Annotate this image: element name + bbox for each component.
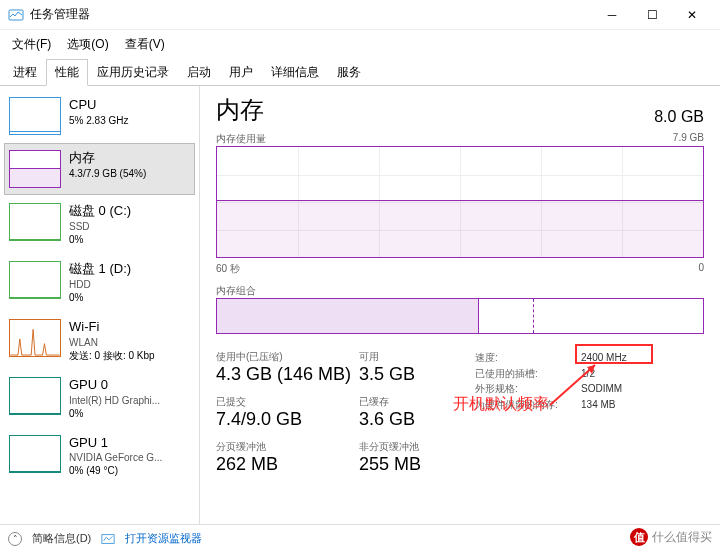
stat-cached-label: 已缓存: [359, 395, 459, 409]
sidebar-item-title: GPU 0: [69, 377, 160, 394]
chart-label-max: 7.9 GB: [673, 132, 704, 146]
monitor-icon: [101, 532, 115, 546]
tab-6[interactable]: 服务: [328, 59, 370, 86]
stat-committed-val: 7.4/9.0 GB: [216, 409, 351, 430]
page-title: 内存: [216, 94, 264, 126]
stat-nonpaged-label: 非分页缓冲池: [359, 440, 459, 454]
sidebar-item-sub: SSD: [69, 220, 131, 233]
info-reserved-v: 134 MB: [581, 397, 615, 413]
sidebar-item-sub: HDD: [69, 278, 131, 291]
sidebar-graph-icon: [9, 377, 61, 415]
memory-usage-chart: [216, 146, 704, 258]
sidebar-item-cpu-0[interactable]: CPU5% 2.83 GHz: [4, 90, 195, 142]
sidebar-item-value: 0%: [69, 233, 131, 246]
sidebar-item-disk-3[interactable]: 磁盘 1 (D:)HDD0%: [4, 254, 195, 311]
sidebar-graph-icon: [9, 319, 61, 357]
menu-options[interactable]: 选项(O): [59, 32, 116, 57]
sidebar-item-title: Wi-Fi: [69, 319, 155, 336]
sidebar-item-sub: Intel(R) HD Graphi...: [69, 394, 160, 407]
sidebar-item-value: 0%: [69, 407, 160, 420]
menu-file[interactable]: 文件(F): [4, 32, 59, 57]
stat-paged-label: 分页缓冲池: [216, 440, 351, 454]
close-button[interactable]: ✕: [672, 0, 712, 30]
stat-inuse-val: 4.3 GB (146 MB): [216, 364, 351, 385]
memory-total: 8.0 GB: [654, 108, 704, 126]
sidebar-item-value: 发送: 0 接收: 0 Kbp: [69, 349, 155, 362]
tab-0[interactable]: 进程: [4, 59, 46, 86]
memory-composition-chart: [216, 298, 704, 334]
sidebar-item-title: 内存: [69, 150, 146, 167]
sidebar-item-mem-1[interactable]: 内存4.3/7.9 GB (54%): [4, 143, 195, 195]
stat-cached-val: 3.6 GB: [359, 409, 459, 430]
footer-less[interactable]: 简略信息(D): [32, 531, 91, 546]
tab-3[interactable]: 启动: [178, 59, 220, 86]
menu-view[interactable]: 查看(V): [117, 32, 173, 57]
sidebar-item-gpu-6[interactable]: GPU 1NVIDIA GeForce G...0% (49 °C): [4, 428, 195, 485]
collapse-button[interactable]: ˄: [8, 532, 22, 546]
tab-4[interactable]: 用户: [220, 59, 262, 86]
maximize-button[interactable]: ☐: [632, 0, 672, 30]
stat-paged-val: 262 MB: [216, 454, 351, 475]
sidebar-graph-icon: [9, 203, 61, 241]
sidebar-item-gpu-5[interactable]: GPU 0Intel(R) HD Graphi...0%: [4, 370, 195, 427]
sidebar-item-title: 磁盘 1 (D:): [69, 261, 131, 278]
stat-committed-label: 已提交: [216, 395, 351, 409]
info-slots-k: 已使用的插槽:: [475, 366, 563, 382]
sidebar-item-disk-2[interactable]: 磁盘 0 (C:)SSD0%: [4, 196, 195, 253]
sidebar-item-value: 4.3/7.9 GB (54%): [69, 167, 146, 180]
info-slots-v: 1/2: [581, 366, 595, 382]
info-form-v: SODIMM: [581, 381, 622, 397]
stat-inuse-label: 使用中(已压缩): [216, 350, 351, 364]
stat-nonpaged-val: 255 MB: [359, 454, 459, 475]
chart-x-right: 0: [698, 262, 704, 276]
sidebar-item-value: 0%: [69, 291, 131, 304]
sidebar-item-value: 0% (49 °C): [69, 464, 162, 477]
sidebar-item-sub: WLAN: [69, 336, 155, 349]
stat-avail-val: 3.5 GB: [359, 364, 459, 385]
annotation-text: 开机默认频率: [453, 392, 549, 417]
chart-x-left: 60 秒: [216, 262, 240, 276]
annotation-box: [575, 344, 653, 364]
chart-label-usage: 内存使用量: [216, 132, 266, 146]
watermark: 值 什么值得买: [630, 528, 712, 546]
stat-avail-label: 可用: [359, 350, 459, 364]
sidebar-item-wifi-4[interactable]: Wi-FiWLAN发送: 0 接收: 0 Kbp: [4, 312, 195, 369]
sidebar-item-title: CPU: [69, 97, 128, 114]
sidebar-item-title: GPU 1: [69, 435, 162, 452]
tab-2[interactable]: 应用历史记录: [88, 59, 178, 86]
watermark-logo-icon: 值: [630, 528, 648, 546]
info-speed-k: 速度:: [475, 350, 563, 366]
sidebar-item-title: 磁盘 0 (C:): [69, 203, 131, 220]
sidebar-item-sub: NVIDIA GeForce G...: [69, 451, 162, 464]
comp-label: 内存组合: [216, 284, 256, 298]
sidebar-graph-icon: [9, 261, 61, 299]
window-title: 任务管理器: [30, 6, 592, 23]
tab-5[interactable]: 详细信息: [262, 59, 328, 86]
minimize-button[interactable]: ─: [592, 0, 632, 30]
app-icon: [8, 7, 24, 23]
sidebar-graph-icon: [9, 97, 61, 135]
open-resource-monitor-link[interactable]: 打开资源监视器: [125, 531, 202, 546]
sidebar-item-value: 5% 2.83 GHz: [69, 114, 128, 127]
sidebar-graph-icon: [9, 435, 61, 473]
tab-1[interactable]: 性能: [46, 59, 88, 86]
sidebar-graph-icon: [9, 150, 61, 188]
